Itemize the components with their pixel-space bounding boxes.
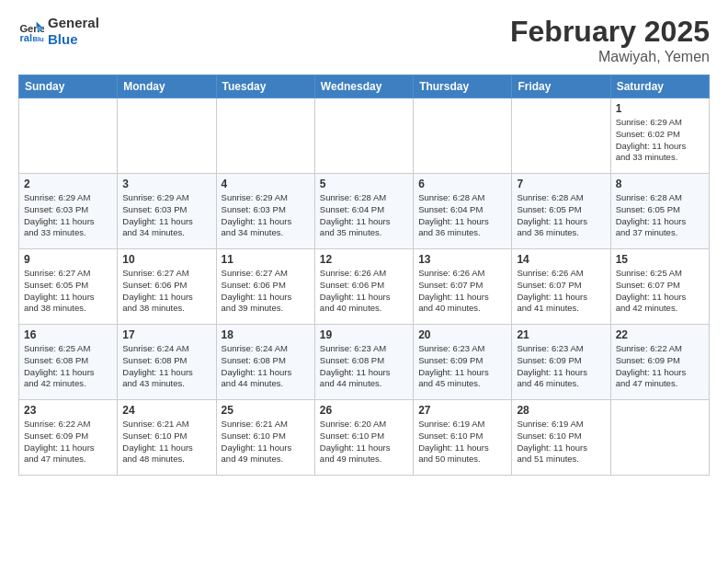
day-info: Sunrise: 6:19 AM Sunset: 6:10 PM Dayligh… — [418, 419, 506, 465]
day-info: Sunrise: 6:23 AM Sunset: 6:08 PM Dayligh… — [320, 343, 408, 390]
calendar-header-row: SundayMondayTuesdayWednesdayThursdayFrid… — [19, 75, 710, 98]
day-info: Sunrise: 6:19 AM Sunset: 6:10 PM Dayligh… — [517, 419, 605, 465]
day-cell: 21Sunrise: 6:23 AM Sunset: 6:09 PM Dayli… — [512, 325, 610, 400]
day-cell: 19Sunrise: 6:23 AM Sunset: 6:08 PM Dayli… — [314, 325, 413, 400]
day-cell: 27Sunrise: 6:19 AM Sunset: 6:10 PM Dayli… — [414, 400, 512, 476]
day-number: 1 — [616, 102, 704, 115]
week-row-2: 2Sunrise: 6:29 AM Sunset: 6:03 PM Daylig… — [19, 174, 710, 249]
day-cell: 3Sunrise: 6:29 AM Sunset: 6:03 PM Daylig… — [118, 174, 216, 249]
logo-icon: Gene ral Blue — [18, 18, 44, 44]
day-number: 20 — [418, 328, 506, 341]
day-cell: 4Sunrise: 6:29 AM Sunset: 6:03 PM Daylig… — [216, 174, 314, 249]
header: Gene ral Blue General Blue February 2025… — [18, 15, 710, 65]
svg-text:ral: ral — [19, 32, 32, 43]
day-info: Sunrise: 6:20 AM Sunset: 6:10 PM Dayligh… — [320, 419, 408, 465]
calendar: SundayMondayTuesdayWednesdayThursdayFrid… — [18, 75, 710, 476]
day-number: 13 — [418, 253, 506, 266]
day-cell — [414, 98, 512, 174]
day-cell: 10Sunrise: 6:27 AM Sunset: 6:06 PM Dayli… — [118, 249, 216, 325]
week-row-1: 1Sunrise: 6:29 AM Sunset: 6:02 PM Daylig… — [19, 98, 710, 174]
day-info: Sunrise: 6:27 AM Sunset: 6:05 PM Dayligh… — [24, 268, 112, 315]
day-cell: 2Sunrise: 6:29 AM Sunset: 6:03 PM Daylig… — [19, 174, 118, 249]
day-number: 7 — [517, 178, 605, 190]
day-number: 6 — [418, 178, 506, 190]
week-row-5: 23Sunrise: 6:22 AM Sunset: 6:09 PM Dayli… — [19, 400, 710, 476]
day-info: Sunrise: 6:22 AM Sunset: 6:09 PM Dayligh… — [24, 419, 112, 465]
day-info: Sunrise: 6:26 AM Sunset: 6:07 PM Dayligh… — [517, 268, 605, 315]
location: Mawiyah, Yemen — [510, 49, 710, 65]
day-number: 24 — [122, 404, 210, 417]
day-info: Sunrise: 6:28 AM Sunset: 6:05 PM Dayligh… — [616, 192, 704, 239]
day-number: 14 — [517, 253, 605, 266]
day-cell: 5Sunrise: 6:28 AM Sunset: 6:04 PM Daylig… — [314, 174, 413, 249]
day-number: 5 — [320, 178, 408, 190]
day-number: 19 — [320, 328, 408, 341]
day-cell: 8Sunrise: 6:28 AM Sunset: 6:05 PM Daylig… — [610, 174, 709, 249]
day-info: Sunrise: 6:22 AM Sunset: 6:09 PM Dayligh… — [616, 343, 704, 390]
day-info: Sunrise: 6:24 AM Sunset: 6:08 PM Dayligh… — [222, 343, 310, 390]
day-info: Sunrise: 6:23 AM Sunset: 6:09 PM Dayligh… — [517, 343, 605, 390]
day-info: Sunrise: 6:21 AM Sunset: 6:10 PM Dayligh… — [222, 419, 310, 465]
day-cell: 24Sunrise: 6:21 AM Sunset: 6:10 PM Dayli… — [118, 400, 216, 476]
day-number: 9 — [24, 253, 112, 266]
day-cell — [19, 98, 118, 174]
day-number: 12 — [320, 253, 408, 266]
day-info: Sunrise: 6:29 AM Sunset: 6:03 PM Dayligh… — [222, 192, 310, 239]
day-cell — [118, 98, 216, 174]
day-number: 15 — [616, 253, 704, 266]
day-number: 27 — [418, 404, 506, 417]
day-cell: 14Sunrise: 6:26 AM Sunset: 6:07 PM Dayli… — [512, 249, 610, 325]
day-header-monday: Monday — [118, 75, 216, 98]
day-info: Sunrise: 6:29 AM Sunset: 6:02 PM Dayligh… — [616, 117, 704, 164]
day-cell: 20Sunrise: 6:23 AM Sunset: 6:09 PM Dayli… — [414, 325, 512, 400]
day-cell — [314, 98, 413, 174]
day-number: 22 — [616, 328, 704, 341]
day-cell — [512, 98, 610, 174]
day-number: 4 — [222, 178, 310, 190]
day-number: 26 — [320, 404, 408, 417]
day-number: 10 — [122, 253, 210, 266]
day-header-tuesday: Tuesday — [216, 75, 314, 98]
day-header-sunday: Sunday — [19, 75, 118, 98]
day-number: 8 — [616, 178, 704, 190]
day-cell: 25Sunrise: 6:21 AM Sunset: 6:10 PM Dayli… — [216, 400, 314, 476]
day-cell: 22Sunrise: 6:22 AM Sunset: 6:09 PM Dayli… — [610, 325, 709, 400]
day-number: 17 — [122, 328, 210, 341]
day-info: Sunrise: 6:27 AM Sunset: 6:06 PM Dayligh… — [222, 268, 310, 315]
day-cell: 15Sunrise: 6:25 AM Sunset: 6:07 PM Dayli… — [610, 249, 709, 325]
day-header-wednesday: Wednesday — [314, 75, 413, 98]
day-number: 23 — [24, 404, 112, 417]
title-block: February 2025 Mawiyah, Yemen — [510, 15, 710, 65]
day-cell: 16Sunrise: 6:25 AM Sunset: 6:08 PM Dayli… — [19, 325, 118, 400]
week-row-4: 16Sunrise: 6:25 AM Sunset: 6:08 PM Dayli… — [19, 325, 710, 400]
day-number: 11 — [222, 253, 310, 266]
day-number: 2 — [24, 178, 112, 190]
day-number: 3 — [122, 178, 210, 190]
day-info: Sunrise: 6:28 AM Sunset: 6:04 PM Dayligh… — [418, 192, 506, 239]
day-info: Sunrise: 6:29 AM Sunset: 6:03 PM Dayligh… — [122, 192, 210, 239]
day-cell: 28Sunrise: 6:19 AM Sunset: 6:10 PM Dayli… — [512, 400, 610, 476]
day-info: Sunrise: 6:23 AM Sunset: 6:09 PM Dayligh… — [418, 343, 506, 390]
day-info: Sunrise: 6:28 AM Sunset: 6:05 PM Dayligh… — [517, 192, 605, 239]
logo-line2: Blue — [48, 31, 99, 48]
day-number: 28 — [517, 404, 605, 417]
day-cell: 17Sunrise: 6:24 AM Sunset: 6:08 PM Dayli… — [118, 325, 216, 400]
day-cell — [216, 98, 314, 174]
day-cell: 26Sunrise: 6:20 AM Sunset: 6:10 PM Dayli… — [314, 400, 413, 476]
svg-text:Blue: Blue — [32, 35, 44, 43]
month-title: February 2025 — [510, 15, 710, 49]
day-info: Sunrise: 6:29 AM Sunset: 6:03 PM Dayligh… — [24, 192, 112, 239]
day-info: Sunrise: 6:26 AM Sunset: 6:07 PM Dayligh… — [418, 268, 506, 315]
day-cell: 13Sunrise: 6:26 AM Sunset: 6:07 PM Dayli… — [414, 249, 512, 325]
day-header-saturday: Saturday — [610, 75, 709, 98]
day-info: Sunrise: 6:27 AM Sunset: 6:06 PM Dayligh… — [122, 268, 210, 315]
day-cell: 1Sunrise: 6:29 AM Sunset: 6:02 PM Daylig… — [610, 98, 709, 174]
day-number: 25 — [222, 404, 310, 417]
day-info: Sunrise: 6:24 AM Sunset: 6:08 PM Dayligh… — [122, 343, 210, 390]
day-header-thursday: Thursday — [414, 75, 512, 98]
day-header-friday: Friday — [512, 75, 610, 98]
day-info: Sunrise: 6:25 AM Sunset: 6:07 PM Dayligh… — [616, 268, 704, 315]
day-info: Sunrise: 6:21 AM Sunset: 6:10 PM Dayligh… — [122, 419, 210, 465]
page: Gene ral Blue General Blue February 2025… — [0, 0, 728, 563]
day-cell: 18Sunrise: 6:24 AM Sunset: 6:08 PM Dayli… — [216, 325, 314, 400]
